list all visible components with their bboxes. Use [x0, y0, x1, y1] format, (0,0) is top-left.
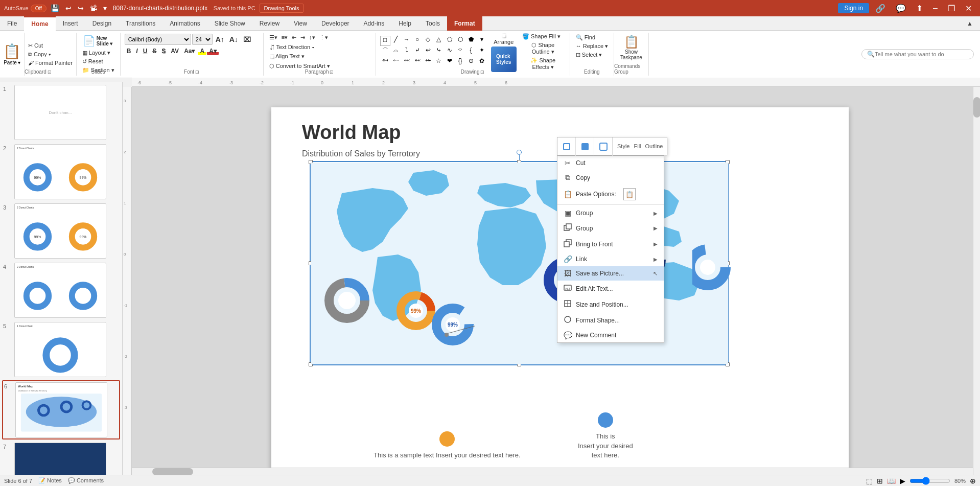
shape-27[interactable]: ✿: [477, 57, 487, 67]
decrease-font-size[interactable]: A↓: [227, 35, 240, 44]
cm-link[interactable]: 🔗 Link ▶: [557, 252, 664, 266]
slide-preview-3[interactable]: 2 Donut Charts 99% 99%: [14, 203, 106, 259]
paste-option-1[interactable]: 📋: [623, 188, 636, 200]
italic-button[interactable]: I: [134, 47, 139, 55]
shape-fill-button[interactable]: 🪣 Shape Fill ▾: [521, 33, 566, 40]
shape-line[interactable]: ╱: [391, 36, 401, 46]
shape-14[interactable]: ∿: [445, 47, 455, 57]
slide-subtitle[interactable]: Distribution of Sales by Terrotory: [302, 149, 420, 158]
cm-copy[interactable]: ⧉ Copy: [557, 170, 664, 185]
tab-developer[interactable]: Developer: [314, 16, 357, 31]
drawing-expand[interactable]: ⊡: [480, 70, 484, 75]
sign-in-button[interactable]: Sign in: [838, 3, 869, 13]
show-taskpane-button[interactable]: 📋 Show Taskpane: [618, 34, 644, 61]
cm-save-as-picture[interactable]: 🖼 Save as Picture... ↖: [557, 266, 664, 281]
shape-11[interactable]: ⤶: [412, 47, 423, 57]
close-button[interactable]: ✕: [961, 3, 976, 14]
format-painter-button[interactable]: 🖌 Format Painter: [27, 59, 74, 66]
tab-review[interactable]: Review: [252, 16, 287, 31]
paragraph-expand[interactable]: ⊡: [330, 70, 334, 75]
mt-outline-button[interactable]: [594, 137, 613, 156]
shape-outline-button[interactable]: ⬡ Shape Outline ▾: [521, 41, 566, 56]
shape-7[interactable]: ⬟: [466, 36, 476, 46]
sample-text-2[interactable]: This isInsert your desiredtext here.: [578, 412, 633, 460]
mt-fill-button[interactable]: [576, 137, 594, 156]
text-direction-button[interactable]: ⮃ Text Direction ▾: [268, 43, 317, 51]
slide-preview-6[interactable]: World Map Distribution of Sales by Terro…: [15, 382, 107, 437]
shape-16[interactable]: {: [466, 47, 476, 57]
redo-button[interactable]: ↪: [76, 3, 86, 13]
line-spacing[interactable]: ↕▾: [308, 34, 317, 41]
font-size-select[interactable]: 24: [192, 34, 213, 45]
slide-thumb-5[interactable]: 5 1 Donut Chart 99%: [2, 321, 120, 378]
find-button[interactable]: 🔍 Find: [574, 34, 610, 41]
tab-insert[interactable]: Insert: [56, 16, 85, 31]
autosave-toggle[interactable]: Off: [31, 5, 46, 12]
tab-tools[interactable]: Tools: [418, 16, 447, 31]
mt-style-button[interactable]: [557, 137, 576, 156]
slideshow-btn[interactable]: ▶: [900, 477, 905, 485]
cm-format-shape[interactable]: Format Shape...: [557, 312, 664, 328]
scrollbar-thumb-v[interactable]: [973, 97, 980, 118]
shape-arrow[interactable]: →: [402, 36, 412, 46]
font-color-highlight[interactable]: A: [198, 47, 206, 55]
shape-circle[interactable]: ○: [412, 36, 423, 46]
tab-file[interactable]: File: [0, 16, 24, 31]
tab-home[interactable]: Home: [24, 16, 55, 31]
select-button[interactable]: ⊡ Select ▾: [574, 51, 610, 59]
notes-button[interactable]: 📝 Notes: [38, 477, 62, 484]
clipboard-expand[interactable]: ⊡: [48, 70, 52, 75]
slide-sorter-btn[interactable]: ⊞: [877, 477, 883, 485]
shape-15[interactable]: ⌔: [455, 47, 465, 57]
shape-diamond[interactable]: ◇: [423, 36, 433, 46]
tab-slideshow[interactable]: Slide Show: [207, 16, 252, 31]
cut-button[interactable]: ✂ Cut: [27, 42, 74, 50]
slide-thumb-1[interactable]: 1 Donlt chan...: [2, 84, 120, 141]
shape-25[interactable]: {}: [455, 57, 465, 67]
tab-view[interactable]: View: [287, 16, 314, 31]
align-text-button[interactable]: ⬚ Align Text ▾: [268, 53, 306, 60]
clear-formatting[interactable]: ⌧: [241, 35, 253, 44]
slide-preview-1[interactable]: Donlt chan...: [14, 85, 106, 140]
change-case-button[interactable]: Aa▾: [182, 47, 197, 55]
cm-cut[interactable]: ✂ Cut: [557, 156, 664, 170]
shape-19[interactable]: ⬸: [391, 57, 401, 67]
shape-9[interactable]: ⌓: [391, 47, 401, 57]
shape-20[interactable]: ⬺: [402, 57, 412, 67]
shape-more[interactable]: ▾: [477, 36, 487, 46]
restore-button[interactable]: ❐: [944, 3, 959, 14]
tab-format[interactable]: Format: [447, 16, 482, 31]
reading-view-btn[interactable]: 📖: [887, 477, 896, 485]
shape-6[interactable]: ⬡: [455, 36, 465, 46]
shape-24[interactable]: ❤: [445, 57, 455, 67]
bullets-button[interactable]: ☰▾: [268, 34, 279, 41]
cm-send-to-back[interactable]: Bring to Front ▶: [557, 236, 664, 252]
share-button[interactable]: 🔗: [871, 3, 890, 14]
tab-help[interactable]: Help: [391, 16, 418, 31]
tab-addins[interactable]: Add-ins: [357, 16, 392, 31]
slide-thumb-3[interactable]: 3 2 Donut Charts 99% 99%: [2, 202, 120, 260]
cm-new-comment[interactable]: 💬 New Comment: [557, 328, 664, 342]
font-family-select[interactable]: Calibri (Body): [125, 34, 191, 45]
cm-group[interactable]: ▣ Group ▶: [557, 206, 664, 220]
shape-8[interactable]: ⌒: [380, 47, 390, 57]
tab-animations[interactable]: Animations: [162, 16, 207, 31]
shape-rect[interactable]: □: [380, 36, 390, 46]
slide-preview-5[interactable]: 1 Donut Chart 99%: [14, 322, 106, 377]
scrollbar-horizontal[interactable]: [132, 468, 973, 475]
underline-button[interactable]: U: [141, 47, 150, 55]
shape-12[interactable]: ↩: [423, 47, 433, 57]
zoom-slider[interactable]: [909, 477, 950, 485]
shape-22[interactable]: ⬾: [423, 57, 433, 67]
strikethrough-button[interactable]: S: [150, 47, 158, 55]
shape-triangle[interactable]: △: [434, 36, 444, 46]
comments-button[interactable]: 💬: [892, 3, 910, 14]
comments-panel-button[interactable]: 💬 Comments: [68, 477, 104, 484]
search-input[interactable]: [875, 51, 967, 57]
undo-button[interactable]: ↩: [63, 3, 74, 13]
increase-font-size[interactable]: A↑: [214, 35, 226, 44]
scrollbar-vertical[interactable]: [973, 87, 980, 475]
cm-bring-to-front[interactable]: Group ▶: [557, 220, 664, 236]
new-slide-button[interactable]: 📄 New Slide ▾: [81, 34, 115, 48]
normal-view-btn[interactable]: ⬚: [866, 477, 873, 485]
